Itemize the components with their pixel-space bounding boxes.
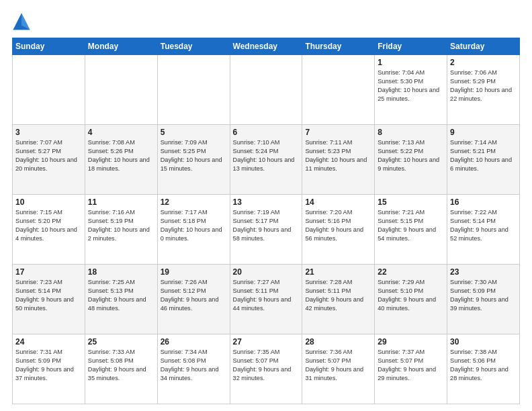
- calendar-table: SundayMondayTuesdayWednesdayThursdayFrid…: [12, 38, 520, 404]
- day-number: 26: [161, 337, 227, 347]
- calendar-cell: 23Sunrise: 7:30 AM Sunset: 5:09 PM Dayli…: [447, 265, 520, 334]
- day-number: 23: [450, 267, 517, 277]
- calendar-cell: 28Sunrise: 7:36 AM Sunset: 5:07 PM Dayli…: [302, 334, 375, 404]
- calendar-cell: 27Sunrise: 7:35 AM Sunset: 5:07 PM Dayli…: [230, 334, 302, 404]
- calendar-week-1: 3Sunrise: 7:07 AM Sunset: 5:27 PM Daylig…: [13, 125, 520, 195]
- day-info: Sunrise: 7:09 AM Sunset: 5:25 PM Dayligh…: [161, 138, 227, 173]
- day-number: 6: [233, 128, 300, 137]
- calendar-cell: 20Sunrise: 7:27 AM Sunset: 5:11 PM Dayli…: [230, 265, 302, 334]
- calendar-cell: 13Sunrise: 7:19 AM Sunset: 5:17 PM Dayli…: [230, 195, 302, 265]
- calendar-cell: 2Sunrise: 7:06 AM Sunset: 5:29 PM Daylig…: [447, 55, 520, 125]
- day-info: Sunrise: 7:16 AM Sunset: 5:19 PM Dayligh…: [88, 208, 154, 243]
- day-number: 21: [305, 267, 371, 277]
- day-info: Sunrise: 7:29 AM Sunset: 5:10 PM Dayligh…: [378, 278, 444, 313]
- day-number: 28: [305, 337, 371, 347]
- day-info: Sunrise: 7:28 AM Sunset: 5:11 PM Dayligh…: [305, 278, 371, 313]
- day-info: Sunrise: 7:38 AM Sunset: 5:06 PM Dayligh…: [450, 348, 517, 383]
- day-info: Sunrise: 7:11 AM Sunset: 5:23 PM Dayligh…: [305, 138, 371, 173]
- header: [12, 12, 520, 31]
- day-number: 18: [88, 267, 154, 277]
- day-number: 2: [450, 58, 517, 67]
- day-number: 4: [88, 128, 154, 137]
- calendar-header-wednesday: Wednesday: [230, 38, 302, 55]
- calendar-header-saturday: Saturday: [447, 38, 520, 55]
- day-number: 13: [233, 197, 300, 207]
- calendar-cell: 18Sunrise: 7:25 AM Sunset: 5:13 PM Dayli…: [85, 265, 157, 334]
- day-info: Sunrise: 7:17 AM Sunset: 5:18 PM Dayligh…: [161, 208, 227, 243]
- day-info: Sunrise: 7:22 AM Sunset: 5:14 PM Dayligh…: [450, 208, 517, 243]
- day-info: Sunrise: 7:06 AM Sunset: 5:29 PM Dayligh…: [450, 68, 517, 103]
- calendar-cell: 29Sunrise: 7:37 AM Sunset: 5:07 PM Dayli…: [375, 334, 447, 404]
- day-info: Sunrise: 7:23 AM Sunset: 5:14 PM Dayligh…: [15, 278, 82, 313]
- day-info: Sunrise: 7:27 AM Sunset: 5:11 PM Dayligh…: [233, 278, 300, 313]
- day-info: Sunrise: 7:08 AM Sunset: 5:26 PM Dayligh…: [88, 138, 154, 173]
- calendar-header-friday: Friday: [375, 38, 447, 55]
- day-info: Sunrise: 7:35 AM Sunset: 5:07 PM Dayligh…: [233, 348, 300, 383]
- calendar-week-3: 17Sunrise: 7:23 AM Sunset: 5:14 PM Dayli…: [13, 265, 520, 334]
- day-info: Sunrise: 7:33 AM Sunset: 5:08 PM Dayligh…: [88, 348, 154, 383]
- calendar-cell: 19Sunrise: 7:26 AM Sunset: 5:12 PM Dayli…: [157, 265, 230, 334]
- day-info: Sunrise: 7:37 AM Sunset: 5:07 PM Dayligh…: [378, 348, 444, 383]
- day-number: 19: [161, 267, 227, 277]
- day-info: Sunrise: 7:34 AM Sunset: 5:08 PM Dayligh…: [161, 348, 227, 383]
- calendar-cell: 6Sunrise: 7:10 AM Sunset: 5:24 PM Daylig…: [230, 125, 302, 195]
- calendar-header-thursday: Thursday: [302, 38, 375, 55]
- calendar-cell: 3Sunrise: 7:07 AM Sunset: 5:27 PM Daylig…: [13, 125, 85, 195]
- day-info: Sunrise: 7:07 AM Sunset: 5:27 PM Dayligh…: [15, 138, 82, 173]
- day-number: 12: [161, 197, 227, 207]
- calendar-cell: 25Sunrise: 7:33 AM Sunset: 5:08 PM Dayli…: [85, 334, 157, 404]
- day-number: 20: [233, 267, 300, 277]
- day-number: 9: [450, 128, 517, 137]
- calendar-cell: 22Sunrise: 7:29 AM Sunset: 5:10 PM Dayli…: [375, 265, 447, 334]
- calendar-header-tuesday: Tuesday: [157, 38, 230, 55]
- logo: [12, 12, 34, 31]
- day-number: 1: [378, 58, 444, 67]
- day-info: Sunrise: 7:15 AM Sunset: 5:20 PM Dayligh…: [15, 208, 82, 243]
- day-number: 8: [378, 128, 444, 137]
- day-info: Sunrise: 7:20 AM Sunset: 5:16 PM Dayligh…: [305, 208, 371, 243]
- calendar-cell: 14Sunrise: 7:20 AM Sunset: 5:16 PM Dayli…: [302, 195, 375, 265]
- calendar-cell: 5Sunrise: 7:09 AM Sunset: 5:25 PM Daylig…: [157, 125, 230, 195]
- calendar-cell: 1Sunrise: 7:04 AM Sunset: 5:30 PM Daylig…: [375, 55, 447, 125]
- day-info: Sunrise: 7:14 AM Sunset: 5:21 PM Dayligh…: [450, 138, 517, 173]
- calendar-cell: 15Sunrise: 7:21 AM Sunset: 5:15 PM Dayli…: [375, 195, 447, 265]
- calendar-cell: 21Sunrise: 7:28 AM Sunset: 5:11 PM Dayli…: [302, 265, 375, 334]
- page: SundayMondayTuesdayWednesdayThursdayFrid…: [0, 0, 532, 411]
- calendar-header-row: SundayMondayTuesdayWednesdayThursdayFrid…: [13, 38, 520, 55]
- calendar-cell: 24Sunrise: 7:31 AM Sunset: 5:09 PM Dayli…: [13, 334, 85, 404]
- day-number: 30: [450, 337, 517, 347]
- calendar-cell: 12Sunrise: 7:17 AM Sunset: 5:18 PM Dayli…: [157, 195, 230, 265]
- day-info: Sunrise: 7:04 AM Sunset: 5:30 PM Dayligh…: [378, 68, 444, 103]
- calendar-cell: 16Sunrise: 7:22 AM Sunset: 5:14 PM Dayli…: [447, 195, 520, 265]
- calendar-cell: [302, 55, 375, 125]
- day-info: Sunrise: 7:10 AM Sunset: 5:24 PM Dayligh…: [233, 138, 300, 173]
- day-number: 16: [450, 197, 517, 207]
- day-number: 15: [378, 197, 444, 207]
- day-number: 17: [15, 267, 82, 277]
- day-number: 25: [88, 337, 154, 347]
- day-info: Sunrise: 7:19 AM Sunset: 5:17 PM Dayligh…: [233, 208, 300, 243]
- day-number: 24: [15, 337, 82, 347]
- day-number: 10: [15, 197, 82, 207]
- day-number: 27: [233, 337, 300, 347]
- calendar-cell: 7Sunrise: 7:11 AM Sunset: 5:23 PM Daylig…: [302, 125, 375, 195]
- calendar-cell: 17Sunrise: 7:23 AM Sunset: 5:14 PM Dayli…: [13, 265, 85, 334]
- day-info: Sunrise: 7:25 AM Sunset: 5:13 PM Dayligh…: [88, 278, 154, 313]
- day-info: Sunrise: 7:31 AM Sunset: 5:09 PM Dayligh…: [15, 348, 82, 383]
- day-info: Sunrise: 7:13 AM Sunset: 5:22 PM Dayligh…: [378, 138, 444, 173]
- calendar-cell: [13, 55, 85, 125]
- day-info: Sunrise: 7:36 AM Sunset: 5:07 PM Dayligh…: [305, 348, 371, 383]
- calendar-cell: 11Sunrise: 7:16 AM Sunset: 5:19 PM Dayli…: [85, 195, 157, 265]
- calendar-cell: 9Sunrise: 7:14 AM Sunset: 5:21 PM Daylig…: [447, 125, 520, 195]
- calendar-cell: 30Sunrise: 7:38 AM Sunset: 5:06 PM Dayli…: [447, 334, 520, 404]
- calendar-cell: 8Sunrise: 7:13 AM Sunset: 5:22 PM Daylig…: [375, 125, 447, 195]
- day-number: 14: [305, 197, 371, 207]
- day-number: 7: [305, 128, 371, 137]
- calendar-week-0: 1Sunrise: 7:04 AM Sunset: 5:30 PM Daylig…: [13, 55, 520, 125]
- day-info: Sunrise: 7:26 AM Sunset: 5:12 PM Dayligh…: [161, 278, 227, 313]
- day-info: Sunrise: 7:21 AM Sunset: 5:15 PM Dayligh…: [378, 208, 444, 243]
- day-number: 5: [161, 128, 227, 137]
- day-number: 29: [378, 337, 444, 347]
- calendar-cell: 10Sunrise: 7:15 AM Sunset: 5:20 PM Dayli…: [13, 195, 85, 265]
- calendar-header-monday: Monday: [85, 38, 157, 55]
